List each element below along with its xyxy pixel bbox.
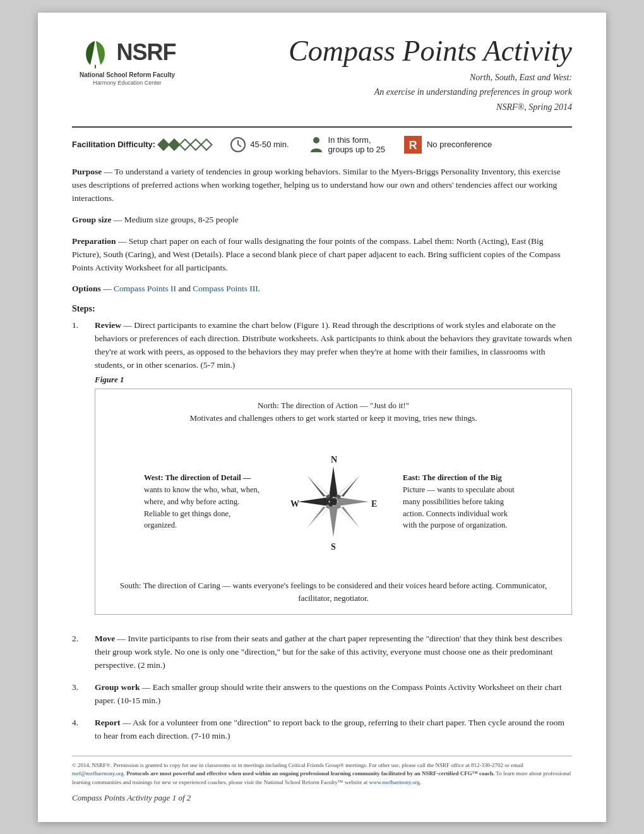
time-label: 45-50 min. xyxy=(250,140,289,149)
difficulty-diamonds xyxy=(159,140,211,149)
svg-marker-19 xyxy=(336,504,360,528)
svg-text:W: W xyxy=(290,499,299,509)
step-3-dash: — xyxy=(140,682,152,692)
facilitation-bar: Facilitation Difficulty: 45-50 min. xyxy=(72,135,572,154)
subtitle-line2: An exercise in understanding preferences… xyxy=(182,85,572,100)
header-divider xyxy=(72,126,572,128)
step-2: 2. Move — Invite participants to rise fr… xyxy=(72,632,572,672)
svg-marker-17 xyxy=(307,475,331,499)
purpose-section: Purpose — To understand a variety of ten… xyxy=(72,166,572,205)
footer-page: Compass Points Activity page 1 of 2 xyxy=(72,793,572,803)
footer-divider xyxy=(72,756,572,756)
logo-tagline: Harmony Education Center xyxy=(93,80,162,86)
compass-svg: N S W E xyxy=(283,451,384,552)
groups-label: In this form, groups up to 25 xyxy=(328,135,385,154)
group-size-label: Group size xyxy=(72,215,111,224)
step-1-text: Direct participants to examine the chart… xyxy=(95,320,572,370)
preparation-label: Preparation xyxy=(72,236,116,246)
main-title: Compass Points Activity xyxy=(182,35,572,68)
options-and: and xyxy=(176,284,193,293)
svg-point-4 xyxy=(313,137,319,143)
clock-icon xyxy=(230,136,246,153)
svg-text:N: N xyxy=(331,455,337,464)
step-3-num: 3. xyxy=(72,681,86,708)
footer-bold: Protocols are most powerful and effectiv… xyxy=(126,770,494,777)
nsrf-logo: NSRF xyxy=(79,35,176,70)
figure-label: Figure 1 xyxy=(95,373,572,386)
step-2-text: Invite participants to rise from their s… xyxy=(95,634,562,670)
svg-marker-21 xyxy=(307,504,331,528)
step-4: 4. Report — Ask for a volunteer from one… xyxy=(72,716,572,743)
svg-text:E: E xyxy=(371,499,377,509)
step-1-label: Review xyxy=(95,320,121,330)
step-4-dash: — xyxy=(121,718,133,727)
step-2-content: Move — Invite participants to rise from … xyxy=(95,632,572,672)
steps-list: 1. Review — Direct participants to exami… xyxy=(72,319,572,742)
figure-box: North: The direction of Action — "Just d… xyxy=(95,389,572,615)
group-size-text: — Medium size groups, 8-25 people xyxy=(111,215,238,224)
compass-layout: West: The direction of Detail — wants to… xyxy=(108,429,559,574)
step-1-dash: — xyxy=(121,320,134,330)
figure-south-text: South: The direction of Caring — wants e… xyxy=(108,579,559,604)
time-item: 45-50 min. xyxy=(230,136,289,153)
subtitle-line1: North, South, East and West: xyxy=(182,70,572,85)
prereq-label: No preconference xyxy=(427,140,492,149)
step-3-content: Group work — Each smaller group should w… xyxy=(95,681,572,708)
footer-website[interactable]: www.nsrfharmony.org xyxy=(369,779,420,785)
header: NSRF National School Reform Faculty Harm… xyxy=(72,35,572,115)
compass-points-ii-link[interactable]: Compass Points II xyxy=(114,284,176,293)
compass-points-iii-link[interactable]: Compass Points III xyxy=(193,284,258,293)
svg-text:S: S xyxy=(331,542,336,552)
svg-marker-15 xyxy=(336,475,360,499)
difficulty-item: Facilitation Difficulty: xyxy=(72,140,211,149)
leaf-icon xyxy=(79,35,113,70)
logo-area: NSRF National School Reform Faculty Harm… xyxy=(72,35,182,86)
person-icon xyxy=(308,136,325,154)
compass-east-text: East: The direction of the Big Picture —… xyxy=(397,472,523,531)
svg-point-23 xyxy=(330,498,337,505)
no-prereq-icon: R xyxy=(404,136,423,154)
difficulty-label: Facilitation Difficulty: xyxy=(72,140,155,149)
step-2-num: 2. xyxy=(72,632,86,672)
options-label: Options xyxy=(72,284,101,293)
figure-north-top: North: The direction of Action — "Just d… xyxy=(108,399,559,424)
subtitle-lines: North, South, East and West: An exercise… xyxy=(182,70,572,115)
options-dash: — xyxy=(101,284,114,293)
footer-email[interactable]: nsrf@nsrfharmony.org xyxy=(72,770,124,777)
title-area: Compass Points Activity North, South, Ea… xyxy=(182,35,572,115)
page: NSRF National School Reform Faculty Harm… xyxy=(38,13,606,822)
step-2-label: Move xyxy=(95,634,115,643)
step-4-num: 4. xyxy=(72,716,86,743)
purpose-text: — To understand a variety of tendencies … xyxy=(72,167,561,203)
compass-center: N S W E xyxy=(270,451,397,552)
step-3-label: Group work xyxy=(95,682,140,692)
options-end: . xyxy=(258,284,260,293)
prereq-item: R No preconference xyxy=(404,136,492,154)
step-4-text: Ask for a volunteer from one "direction"… xyxy=(95,718,564,740)
step-4-content: Report — Ask for a volunteer from one "d… xyxy=(95,716,572,743)
step-3-text: Each smaller group should write their an… xyxy=(95,682,562,705)
preparation-section: Preparation — Setup chart paper on each … xyxy=(72,235,572,275)
step-1: 1. Review — Direct participants to exami… xyxy=(72,319,572,624)
footer-text: © 2014, NSRF®. Permission is granted to … xyxy=(72,761,572,787)
step-1-content: Review — Direct participants to examine … xyxy=(95,319,572,624)
logo-subtitle: National School Reform Faculty xyxy=(80,71,175,79)
groups-item: In this form, groups up to 25 xyxy=(308,135,385,154)
preparation-text: — Setup chart paper on each of four wall… xyxy=(72,236,561,272)
steps-header: Steps: xyxy=(72,304,572,314)
svg-text:R: R xyxy=(408,139,417,152)
step-1-num: 1. xyxy=(72,319,86,624)
nsrf-acronym: NSRF xyxy=(117,39,176,66)
step-2-dash: — xyxy=(115,634,128,643)
options-section: Options — Compass Points II and Compass … xyxy=(72,282,572,296)
step-3: 3. Group work — Each smaller group shoul… xyxy=(72,681,572,708)
compass-west-text: West: The direction of Detail — wants to… xyxy=(144,472,270,531)
subtitle-line3: NSRF®, Spring 2014 xyxy=(182,100,572,115)
diamond-5 xyxy=(200,138,213,151)
purpose-label: Purpose xyxy=(72,167,102,176)
group-size-section: Group size — Medium size groups, 8-25 pe… xyxy=(72,214,572,227)
step-4-label: Report xyxy=(95,718,121,727)
svg-line-3 xyxy=(238,145,241,147)
